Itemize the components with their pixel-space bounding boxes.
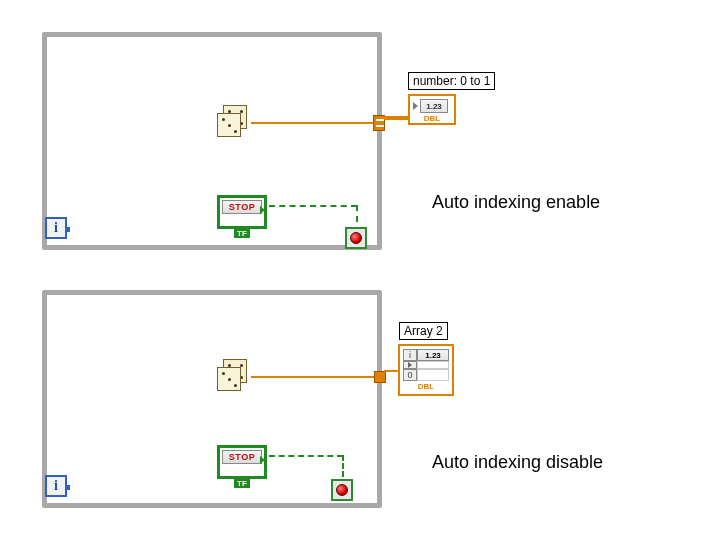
wire-random-to-tunnel bbox=[251, 122, 379, 124]
array-index-0: i bbox=[403, 349, 417, 361]
stop-button-label: STOP bbox=[222, 200, 262, 214]
stop-circle-icon-2 bbox=[336, 484, 348, 496]
iteration-terminal: i bbox=[45, 217, 67, 239]
stop-tf-badge-2: TF bbox=[234, 479, 250, 488]
caption-bottom: Auto indexing disable bbox=[432, 452, 603, 473]
iteration-label: i bbox=[54, 220, 58, 236]
while-loop-top: STOP TF i bbox=[42, 32, 382, 250]
caption-top: Auto indexing enable bbox=[432, 192, 600, 213]
wire-tunnel-to-indicator-bottom bbox=[384, 370, 398, 372]
indicator-type-bottom: DBL bbox=[403, 382, 449, 391]
stop-button-label-2: STOP bbox=[222, 450, 262, 464]
indicator-arrow-icon bbox=[413, 102, 418, 110]
while-loop-bottom: STOP TF i bbox=[42, 290, 382, 508]
array-value: 1.23 bbox=[417, 349, 449, 361]
wire-random-to-tunnel-2 bbox=[251, 376, 379, 378]
stop-circle-icon bbox=[350, 232, 362, 244]
stop-button-node: STOP TF bbox=[217, 195, 267, 229]
stop-button-node-2: STOP TF bbox=[217, 445, 267, 479]
random-number-node-2 bbox=[217, 359, 251, 393]
random-number-node bbox=[217, 105, 251, 139]
diagram-canvas: STOP TF i number: 0 to 1 1.23 DBL Auto i… bbox=[0, 0, 720, 540]
indicator-value-top: 1.23 bbox=[420, 99, 448, 113]
loop-condition-terminal-2 bbox=[331, 479, 353, 501]
indicator-label-top: number: 0 to 1 bbox=[408, 72, 495, 90]
autoindex-tunnel-disabled bbox=[374, 371, 386, 383]
iteration-label-2: i bbox=[54, 478, 58, 494]
numeric-indicator-top: 1.23 DBL bbox=[408, 94, 456, 125]
wire-tunnel-to-indicator-top bbox=[384, 116, 408, 120]
array-index-arrow bbox=[403, 361, 417, 369]
array-index-1: 0 bbox=[403, 369, 417, 381]
wire-stop-to-cond-h bbox=[269, 205, 357, 207]
array-indicator-bottom: i 1.23 0 DBL bbox=[398, 344, 454, 396]
loop-condition-terminal bbox=[345, 227, 367, 249]
indicator-label-bottom: Array 2 bbox=[399, 322, 448, 340]
indicator-type-top: DBL bbox=[410, 114, 454, 123]
iteration-terminal-2: i bbox=[45, 475, 67, 497]
wire-stop-to-cond-h-2 bbox=[269, 455, 343, 457]
stop-tf-badge: TF bbox=[234, 229, 250, 238]
